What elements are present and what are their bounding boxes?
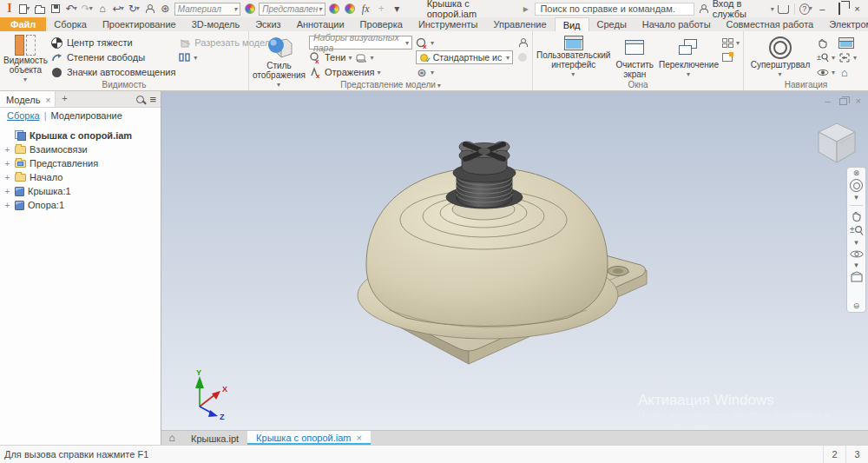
browser-add-tab-button[interactable]: +	[56, 91, 73, 107]
expander-icon[interactable]: +	[3, 145, 11, 155]
user-interface-button[interactable]: Пользовательский интерфейс▾	[536, 34, 610, 79]
textures-off-icon[interactable]: x	[416, 37, 428, 49]
help-search-input[interactable]: Поиск по справке и командам.	[535, 3, 694, 16]
clean-screen-button[interactable]: Очистить экран	[614, 34, 655, 79]
appearance-combo[interactable]: Представлен▾	[259, 3, 326, 16]
tab-3d-model[interactable]: 3D-модель	[184, 17, 247, 31]
tab-inspect[interactable]: Проверка	[352, 17, 411, 31]
sign-in-button[interactable]: Вход в службы	[713, 0, 769, 19]
tab-electromechanical[interactable]: Электромеханический проект	[821, 17, 868, 31]
inventor-logo-icon[interactable]: I	[3, 2, 16, 16]
tree-node-cover-part[interactable]: + Крышка:1	[3, 184, 161, 198]
tab-view[interactable]: Вид	[555, 17, 589, 31]
home-button[interactable]: ⌂	[96, 2, 109, 16]
tab-get-started[interactable]: Начало работы	[635, 17, 719, 31]
navbar-zoom-caret-icon[interactable]: ▾	[854, 239, 858, 247]
tree-node-representations[interactable]: + Представления	[3, 156, 161, 170]
open-file-button[interactable]	[34, 2, 47, 16]
modeling-mode-link[interactable]: Моделирование	[51, 110, 122, 121]
help-button[interactable]: ?▾	[799, 2, 812, 16]
object-visibility-button[interactable]: Видимость объекта▾	[3, 34, 48, 79]
undo-button[interactable]: ↶▾	[65, 2, 78, 16]
model-3d[interactable]	[161, 91, 868, 430]
redo-button[interactable]: ↷▾	[81, 2, 94, 16]
navbar-wheel-caret-icon[interactable]: ▾	[854, 194, 858, 202]
qat-customize-caret-icon[interactable]: ▾	[391, 2, 404, 16]
visual-sets-combo[interactable]: Наборы визуальных пара▾	[309, 36, 412, 50]
ground-plane-icon[interactable]	[355, 52, 367, 63]
tab-file[interactable]: Файл	[0, 17, 46, 31]
navbar-lookat-icon[interactable]	[850, 271, 864, 283]
color-wheel-icon[interactable]	[243, 2, 256, 16]
tree-node-origin[interactable]: + Начало	[3, 170, 161, 184]
doc-minimize-button[interactable]: –	[825, 96, 830, 106]
measure-plus-icon[interactable]: +	[375, 2, 388, 16]
expander-icon[interactable]: +	[3, 173, 11, 182]
fx-parameters-button[interactable]: fx	[359, 2, 372, 16]
lights-combo[interactable]: ✓Стандартные ис ▾	[416, 50, 513, 64]
assembly-mode-link[interactable]: Сборка	[7, 110, 40, 121]
navbar-zoom-icon[interactable]: ±	[850, 224, 864, 237]
return-button[interactable]: ↩▾	[112, 2, 125, 16]
browser-menu-icon[interactable]: ≡	[149, 93, 156, 106]
doc-tab-assembly[interactable]: Крышка с опорой.iam×	[247, 431, 371, 445]
tab-tools[interactable]: Инструменты	[411, 17, 486, 31]
tab-collaborate[interactable]: Совместная работа	[719, 17, 822, 31]
panel-label-model-view[interactable]: Представление модели ▾	[249, 80, 532, 89]
tab-design[interactable]: Проектирование	[95, 17, 184, 31]
navbar-orbit-icon[interactable]	[850, 248, 864, 260]
graphics-viewport[interactable]: – × ⊗ ▾ ± ▾ ▾ ⊖ Y	[161, 91, 868, 445]
store-cart-icon[interactable]	[777, 2, 790, 16]
save-button[interactable]	[49, 2, 62, 16]
orbit-button[interactable]: ▾	[817, 65, 835, 79]
doc-tab-part[interactable]: Крышка.ipt	[182, 431, 247, 445]
expander-icon[interactable]: +	[3, 187, 11, 196]
doc-tab-close-icon[interactable]: ×	[357, 433, 362, 443]
tree-root-assembly[interactable]: Крышка с опорой.iam	[3, 129, 161, 142]
shadows-button[interactable]: Тени	[325, 52, 345, 63]
update-button[interactable]: ↻▾	[128, 2, 141, 16]
expander-icon[interactable]: +	[3, 159, 11, 169]
automate-icons-button[interactable]: Значки автосовмещения	[51, 65, 175, 79]
new-window-button[interactable]	[722, 50, 740, 64]
tab-environments[interactable]: Среды	[589, 17, 635, 31]
tree-node-support-part[interactable]: + Опора:1	[3, 198, 161, 212]
zoom-all-button[interactable]: ▾	[838, 50, 857, 64]
tab-assembly[interactable]: Сборка	[46, 17, 95, 31]
view-cube[interactable]	[814, 120, 859, 165]
navbar-close-icon[interactable]: ⊗	[853, 169, 860, 177]
navbar-pan-icon[interactable]	[850, 209, 864, 222]
navbar-steering-wheel-icon[interactable]	[850, 179, 863, 192]
adjust-clear-icon[interactable]	[344, 2, 357, 16]
zoom-button[interactable]: ± ▾	[817, 50, 835, 64]
tile-windows-button[interactable]: ▾	[722, 36, 740, 50]
tab-annotations[interactable]: Аннотации	[289, 17, 352, 31]
doc-home-icon[interactable]: ⌂	[161, 431, 182, 445]
expander-icon[interactable]: +	[3, 201, 11, 210]
new-file-button[interactable]: ▾	[18, 2, 31, 16]
home-view-button[interactable]: ⌂	[838, 65, 857, 79]
reflections-button[interactable]: Отражения	[325, 67, 374, 77]
doc-close-button[interactable]: ×	[856, 96, 861, 106]
doc-restore-button[interactable]	[839, 98, 847, 105]
close-button[interactable]: ×	[850, 3, 865, 14]
minimize-button[interactable]: –	[815, 3, 830, 14]
navbar-orbit-caret-icon[interactable]: ▾	[854, 261, 858, 269]
sign-in-caret-icon[interactable]: ▾	[771, 5, 774, 13]
tree-node-relationships[interactable]: + Взаимосвязи	[3, 142, 161, 156]
browser-tab-model[interactable]: Модель×	[0, 91, 56, 107]
appearance-wheel-icon[interactable]: ⊛	[159, 2, 172, 16]
navbar-more-icon[interactable]: ⊖	[853, 302, 860, 310]
restore-button[interactable]	[832, 3, 847, 14]
adjust-add-icon[interactable]	[328, 2, 341, 16]
display-style-button[interactable]: Стиль отображения▾	[253, 34, 306, 79]
switch-windows-button[interactable]: Переключение▾	[659, 34, 719, 79]
search-expand-arrow-icon[interactable]: ▸	[519, 2, 532, 16]
degrees-of-freedom-button[interactable]: Степени свободы	[51, 50, 175, 64]
tab-sketch[interactable]: Эскиз	[247, 17, 288, 31]
steering-wheel-button[interactable]: Суперштурвал▾	[747, 34, 813, 79]
browser-tab-close-icon[interactable]: ×	[45, 96, 50, 105]
tab-manage[interactable]: Управление	[485, 17, 554, 31]
material-combo[interactable]: Материал▾	[174, 3, 241, 16]
full-navigation-button[interactable]	[838, 36, 857, 50]
